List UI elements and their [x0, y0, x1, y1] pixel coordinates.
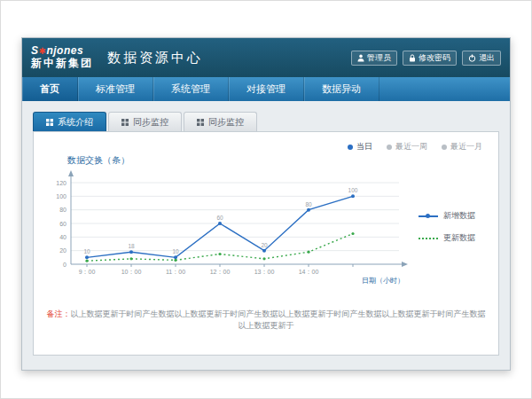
svg-text:13：00: 13：00 [254, 269, 275, 275]
nav-item-data-change[interactable]: 数据异动 [304, 77, 379, 101]
company-logo: S✱njones 新中新集团 [31, 45, 93, 70]
nav-item-integration-mgmt[interactable]: 对接管理 [229, 77, 304, 101]
svg-text:14：00: 14：00 [299, 269, 319, 275]
svg-text:9：00: 9：00 [79, 269, 96, 275]
svg-text:80: 80 [59, 207, 66, 213]
app-header: S✱njones 新中新集团 数据资源中心 管理员 修改密码 [22, 38, 510, 77]
logout-button[interactable]: 退出 [462, 51, 501, 66]
footnote-prefix: 备注： [47, 309, 71, 318]
svg-text:20: 20 [59, 247, 66, 254]
page-title: 数据资源中心 [107, 50, 203, 66]
user-icon [357, 54, 364, 62]
legend-new-data[interactable]: 新增数据 [419, 210, 475, 222]
tab-label: 同步监控 [133, 116, 168, 129]
footnote-text: 以上数据更新于时间产生数据以上数据更新于时间产生数据以上数据更新于时间产生数据以… [71, 309, 486, 330]
legend-dot-icon [387, 145, 392, 150]
series-legend: 新增数据 更新数据 [419, 210, 475, 244]
grid-icon [197, 119, 204, 126]
legend-updated-data[interactable]: 更新数据 [419, 232, 475, 244]
grid-icon [121, 119, 129, 126]
tab-label: 系统介绍 [58, 116, 93, 129]
admin-user-button[interactable]: 管理员 [351, 51, 397, 66]
filter-last-week[interactable]: 最近一周 [387, 141, 427, 153]
lock-icon [409, 54, 416, 62]
svg-text:60: 60 [216, 215, 223, 221]
grid-icon [46, 119, 53, 126]
footnote: 备注：以上数据更新于时间产生数据以上数据更新于时间产生数据以上数据更新于时间产生… [44, 309, 488, 332]
chart-panel: 当日 最近一周 最近一月 数据交换（条） 0204060801001209：00… [33, 131, 499, 356]
blue-line-icon [419, 215, 438, 217]
app-window: S✱njones 新中新集团 数据资源中心 管理员 修改密码 [21, 37, 511, 371]
time-range-legend: 当日 最近一周 最近一月 [44, 137, 488, 153]
change-password-button[interactable]: 修改密码 [403, 51, 457, 66]
svg-text:18: 18 [128, 243, 135, 249]
change-password-label: 修改密码 [419, 52, 450, 64]
svg-text:11：00: 11：00 [166, 269, 185, 275]
filter-last-month[interactable]: 最近一月 [442, 141, 482, 153]
filter-label: 最近一周 [395, 141, 427, 153]
svg-text:120: 120 [56, 180, 66, 186]
tab-label: 同步监控 [208, 116, 244, 129]
nav-item-system-mgmt[interactable]: 系统管理 [153, 77, 229, 101]
tab-sync-monitor-1[interactable]: 同步监控 [108, 112, 182, 131]
svg-text:20: 20 [261, 242, 268, 248]
legend-dot-icon [348, 145, 353, 150]
series-label: 更新数据 [443, 232, 475, 244]
logo-english: S✱njones [31, 45, 93, 58]
svg-text:10: 10 [83, 248, 90, 254]
chart-row: 0204060801001209：0010：0011：0012：0013：001… [44, 168, 488, 286]
series-label: 新增数据 [443, 210, 475, 222]
svg-text:60: 60 [59, 221, 66, 227]
filter-label: 最近一月 [450, 141, 482, 153]
logo-chinese: 新中新集团 [31, 58, 93, 70]
admin-user-label: 管理员 [367, 52, 391, 64]
svg-text:10: 10 [172, 248, 179, 254]
main-nav: 首页 标准管理 系统管理 对接管理 数据异动 [22, 77, 510, 101]
green-dotted-line-icon [419, 238, 438, 239]
legend-dot-icon [442, 145, 447, 150]
svg-text:40: 40 [59, 234, 66, 240]
page-background: S✱njones 新中新集团 数据资源中心 管理员 修改密码 [0, 0, 532, 399]
svg-text:日期（小时）: 日期（小时） [362, 277, 404, 285]
header-actions: 管理员 修改密码 退出 [351, 51, 501, 66]
nav-item-standard-mgmt[interactable]: 标准管理 [78, 77, 153, 101]
tab-sync-monitor-2[interactable]: 同步监控 [184, 112, 257, 131]
svg-text:0: 0 [63, 262, 66, 268]
svg-text:100: 100 [56, 193, 66, 200]
svg-text:80: 80 [305, 201, 312, 207]
nav-item-home[interactable]: 首页 [22, 77, 78, 101]
filter-today[interactable]: 当日 [348, 141, 372, 153]
tab-system-intro[interactable]: 系统介绍 [33, 112, 106, 131]
tab-bar: 系统介绍 同步监控 同步监控 [33, 112, 499, 131]
logout-label: 退出 [479, 52, 495, 64]
svg-text:100: 100 [348, 187, 358, 193]
content-area: 系统介绍 同步监控 同步监控 [22, 101, 510, 370]
power-icon [468, 54, 476, 62]
line-chart: 0204060801001209：0010：0011：0012：0013：001… [44, 168, 417, 286]
y-axis-title: 数据交换（条） [67, 154, 488, 167]
filter-label: 当日 [356, 141, 372, 153]
svg-text:10：00: 10：00 [121, 269, 142, 275]
svg-text:12：00: 12：00 [210, 269, 231, 275]
